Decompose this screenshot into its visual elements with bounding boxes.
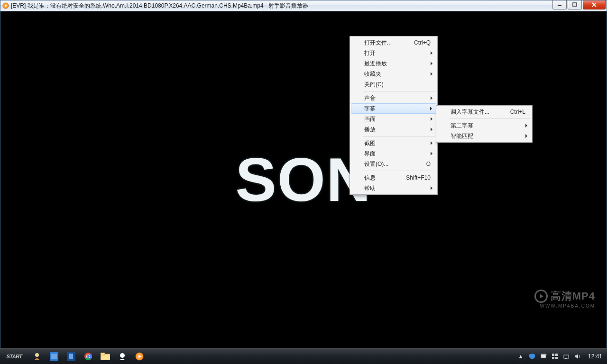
submenu-arrow-icon xyxy=(431,96,432,100)
menu-item[interactable]: 截图 xyxy=(351,138,436,148)
menu-separator xyxy=(363,91,435,91)
svg-rect-24 xyxy=(555,357,558,359)
tray-network-icon[interactable] xyxy=(562,353,570,360)
svg-rect-7 xyxy=(67,352,75,361)
menu-item[interactable]: 声音 xyxy=(351,93,436,103)
tray-volume-icon[interactable] xyxy=(574,353,581,360)
taskbar-app-3[interactable] xyxy=(63,350,79,363)
watermark: 高清MP4 WWW.MP4BA.COM xyxy=(534,290,595,309)
svg-rect-2 xyxy=(558,5,561,6)
submenu-arrow-icon xyxy=(431,117,432,121)
svg-rect-21 xyxy=(552,354,554,356)
svg-marker-27 xyxy=(575,354,578,359)
menu-item[interactable]: 信息Shift+F10 xyxy=(351,173,436,183)
svg-point-11 xyxy=(84,353,92,360)
submenu-arrow-icon xyxy=(431,141,432,145)
submenu-arrow-icon xyxy=(431,72,432,76)
menu-item[interactable]: 界面 xyxy=(351,148,436,159)
player-window: [EVR] 我是谁：没有绝对安全的系统.Who.Am.I.2014.BD1080… xyxy=(0,0,607,349)
taskbar-chrome-icon[interactable] xyxy=(80,350,96,363)
menu-item[interactable]: 打开文件...Ctrl+Q xyxy=(351,37,436,48)
submenu-arrow-icon xyxy=(431,152,432,155)
svg-marker-18 xyxy=(138,355,141,358)
context-menu[interactable]: 打开文件...Ctrl+Q打开最近播放收藏夹关闭(C)声音字幕画面播放截图界面设… xyxy=(349,36,438,195)
svg-rect-23 xyxy=(552,357,554,359)
app-icon xyxy=(2,2,9,9)
menu-item[interactable]: 打开 xyxy=(351,48,436,58)
menu-item[interactable]: 收藏夹 xyxy=(351,69,436,79)
start-button[interactable]: START xyxy=(0,349,28,364)
tray-flag-icon[interactable] xyxy=(540,353,547,360)
menu-item[interactable]: 最近播放 xyxy=(351,58,436,69)
taskbar-clock[interactable]: 12:41 xyxy=(588,353,602,360)
tray-shield-icon[interactable] xyxy=(528,353,536,360)
window-controls xyxy=(552,0,606,9)
submenu-arrow-icon xyxy=(431,127,432,131)
menu-item[interactable]: 播放 xyxy=(351,124,436,135)
close-button[interactable] xyxy=(583,0,606,9)
submenu-arrow-icon xyxy=(525,124,527,127)
menu-item[interactable]: 画面 xyxy=(351,114,436,124)
menu-separator xyxy=(450,118,530,119)
svg-rect-8 xyxy=(69,354,73,359)
taskbar-explorer-icon[interactable] xyxy=(97,350,113,363)
tray-grid-icon[interactable] xyxy=(551,353,559,360)
taskbar-app-1[interactable] xyxy=(29,350,45,363)
menu-item[interactable]: 帮助 xyxy=(351,183,436,193)
submenu-arrow-icon xyxy=(430,107,432,110)
system-tray[interactable]: ▲ 12:41 xyxy=(514,353,607,360)
submenu-arrow-icon xyxy=(431,186,432,190)
taskbar[interactable]: START ▲ 12:41 xyxy=(0,348,607,364)
menu-item[interactable]: 设置(O)...O xyxy=(351,159,436,169)
svg-rect-15 xyxy=(101,353,105,355)
svg-rect-14 xyxy=(101,354,110,360)
submenu-item[interactable]: 第二字幕 xyxy=(437,120,531,131)
taskbar-app-6[interactable] xyxy=(114,350,130,363)
svg-point-9 xyxy=(84,353,92,360)
svg-point-10 xyxy=(84,353,92,360)
svg-point-16 xyxy=(120,353,125,358)
video-area[interactable]: SON 高清MP4 WWW.MP4BA.COM xyxy=(3,14,604,346)
tray-up-icon[interactable]: ▲ xyxy=(517,353,524,360)
svg-point-12 xyxy=(86,355,90,358)
svg-point-17 xyxy=(136,353,143,360)
svg-point-4 xyxy=(35,353,39,357)
submenu-item[interactable]: 调入字幕文件...Ctrl+L xyxy=(437,107,531,117)
watermark-text-1: 高清MP4 xyxy=(551,291,595,301)
maximize-button[interactable] xyxy=(568,0,582,9)
menu-separator xyxy=(363,136,435,136)
titlebar[interactable]: [EVR] 我是谁：没有绝对安全的系统.Who.Am.I.2014.BD1080… xyxy=(0,0,607,11)
submenu-arrow-icon xyxy=(525,134,527,138)
svg-point-13 xyxy=(87,355,90,358)
submenu-arrow-icon xyxy=(431,51,432,55)
watermark-play-icon xyxy=(534,290,548,303)
svg-rect-25 xyxy=(564,355,569,358)
submenu-arrow-icon xyxy=(431,62,432,65)
watermark-text-2: WWW.MP4BA.COM xyxy=(534,304,595,309)
menu-item[interactable]: 字幕 xyxy=(351,103,436,114)
taskbar-player-icon[interactable] xyxy=(131,350,147,363)
submenu-item[interactable]: 智能匹配 xyxy=(437,131,531,141)
window-title: [EVR] 我是谁：没有绝对安全的系统.Who.Am.I.2014.BD1080… xyxy=(11,2,308,10)
svg-rect-22 xyxy=(555,354,558,356)
svg-rect-3 xyxy=(573,3,577,6)
menu-item[interactable]: 关闭(C) xyxy=(351,79,436,90)
menu-separator xyxy=(363,171,435,171)
svg-rect-20 xyxy=(541,354,547,355)
svg-rect-19 xyxy=(541,354,546,358)
svg-rect-5 xyxy=(50,352,58,361)
context-submenu-subtitle[interactable]: 调入字幕文件...Ctrl+L第二字幕智能匹配 xyxy=(436,105,533,143)
taskbar-app-2[interactable] xyxy=(46,350,62,363)
svg-rect-6 xyxy=(51,354,57,359)
minimize-button[interactable] xyxy=(552,0,567,9)
svg-rect-26 xyxy=(565,358,567,359)
